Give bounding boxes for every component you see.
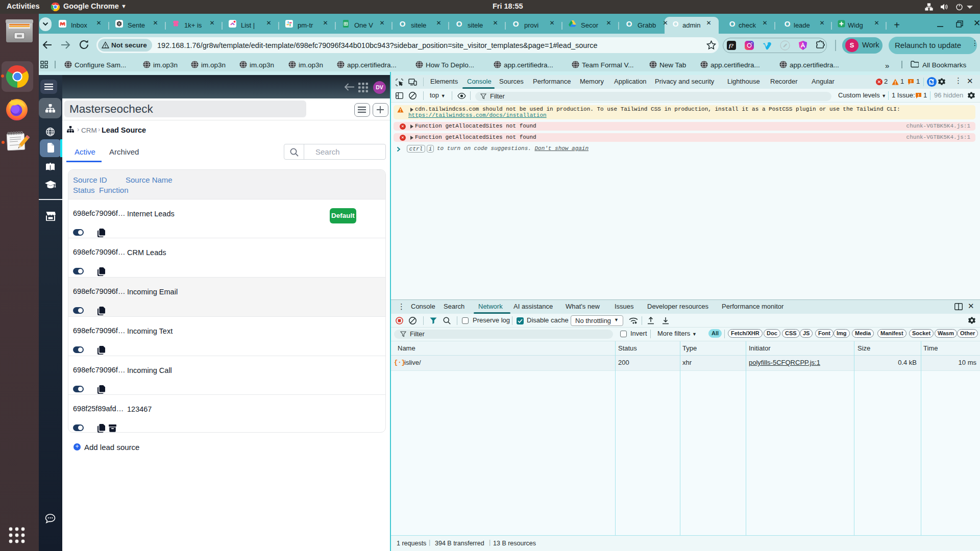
svg-text:f?: f? (729, 42, 734, 48)
